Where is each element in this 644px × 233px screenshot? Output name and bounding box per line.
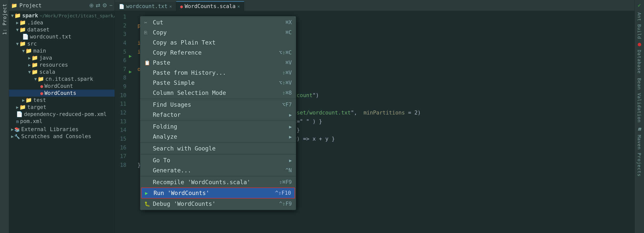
menu-item-paste-history[interactable]: Paste from History... ⇧⌘V bbox=[140, 68, 296, 78]
menu-item-copy-ref[interactable]: Copy Reference ⌥⇧⌘C bbox=[140, 48, 296, 58]
tree-item-wordcount-txt[interactable]: 📄 wordcount.txt bbox=[9, 33, 115, 40]
maven-projects-label[interactable]: Maven Projects bbox=[637, 133, 642, 178]
project-panel-icon: 📁 bbox=[11, 3, 17, 9]
menu-divider-4 bbox=[140, 154, 296, 154]
goto-label: Go To bbox=[153, 157, 170, 164]
paste-icon: 📋 bbox=[144, 60, 151, 66]
copy-ref-label: Copy Reference bbox=[153, 49, 202, 56]
tree-item-dataset[interactable]: ▼ 📁 dataset bbox=[9, 26, 115, 33]
menu-item-analyze[interactable]: Analyze ▶ bbox=[140, 132, 296, 142]
paste-history-shortcut: ⇧⌘V bbox=[282, 70, 292, 76]
menu-divider-3 bbox=[140, 142, 296, 143]
project-tab-vertical[interactable]: 1: Project bbox=[0, 1, 9, 37]
build-status-icon: ✓ bbox=[638, 2, 641, 8]
generate-shortcut: ^N bbox=[285, 167, 292, 173]
database-label[interactable]: Database bbox=[637, 48, 642, 75]
tab-wordcount-txt[interactable]: 📄 wordcount.txt ✕ bbox=[115, 2, 176, 11]
bean-validation-label[interactable]: Bean Validation bbox=[637, 76, 642, 124]
menu-item-recompile[interactable]: Recompile 'WordCounts.scala' ⇧⌘F9 bbox=[140, 177, 296, 187]
menu-item-generate[interactable]: Generate... ^N bbox=[140, 165, 296, 175]
debug-shortcut: ^⇧F9 bbox=[279, 201, 292, 207]
settings-button[interactable]: ⚙ bbox=[102, 2, 107, 9]
tree-item-test[interactable]: ▶ 📁 test bbox=[9, 97, 115, 104]
tree-item-dep-pom[interactable]: 📄 dependency-reduced-pom.xml bbox=[9, 111, 115, 118]
run-icon: ▶ bbox=[145, 190, 152, 196]
paste-simple-label: Paste Simple bbox=[153, 80, 195, 86]
folding-label: Folding bbox=[153, 123, 177, 130]
copy-label: Copy bbox=[153, 29, 167, 36]
col-select-shortcut: ⇧⌘8 bbox=[282, 90, 292, 96]
tree-item-resources[interactable]: ▶ 📁 resources bbox=[9, 61, 115, 68]
menu-item-goto[interactable]: Go To ▶ bbox=[140, 155, 296, 165]
tree-item-src[interactable]: ▼ 📁 src bbox=[9, 40, 115, 47]
menu-item-find-usages[interactable]: Find Usages ⌥F7 bbox=[140, 100, 296, 110]
copy-shortcut: ⌘C bbox=[285, 29, 292, 35]
tree-item-idea[interactable]: ▶ 📁 .idea bbox=[9, 19, 115, 26]
tree-item-pom[interactable]: m pom.xml bbox=[9, 118, 115, 125]
debug-label: Debug 'WordCounts' bbox=[153, 201, 216, 207]
menu-divider-2 bbox=[140, 121, 296, 121]
tab-txt-label: wordcount.txt bbox=[126, 3, 167, 9]
tab-wordcounts-scala[interactable]: ● WordCounts.scala ✕ bbox=[176, 1, 244, 11]
tree-item-wordcounts[interactable]: ● WordCounts bbox=[9, 90, 115, 97]
menu-item-refactor[interactable]: Refactor ▶ bbox=[140, 110, 296, 120]
copy-ref-shortcut: ⌥⇧⌘C bbox=[279, 50, 292, 56]
col-select-label: Column Selection Mode bbox=[153, 90, 226, 96]
tree-item-scala[interactable]: ▼ 📁 scala bbox=[9, 68, 115, 75]
menu-item-copy-plain[interactable]: Copy as Plain Text bbox=[140, 37, 296, 48]
analyze-arrow: ▶ bbox=[289, 134, 292, 139]
menu-item-folding[interactable]: Folding ▶ bbox=[140, 122, 296, 132]
tree-item-main[interactable]: ▼ 📁 main bbox=[9, 47, 115, 54]
tab-txt-close[interactable]: ✕ bbox=[169, 4, 172, 9]
paste-simple-shortcut: ⌥⇧⌘V bbox=[279, 80, 292, 86]
cut-icon: ✂ bbox=[144, 20, 151, 25]
menu-item-search-google[interactable]: Search with Google bbox=[140, 143, 296, 153]
menu-item-paste[interactable]: 📋 Paste ⌘V bbox=[140, 58, 296, 68]
menu-item-copy[interactable]: ⎘ Copy ⌘C bbox=[140, 27, 296, 37]
scala-icon: ● bbox=[180, 4, 183, 9]
copy-plain-label: Copy as Plain Text bbox=[153, 39, 216, 46]
tree-item-spark[interactable]: ▼ 📁 spark ~/Work/Project/itcast_spark/co… bbox=[9, 12, 115, 19]
line-numbers: 123456789101112131415161718 bbox=[115, 11, 129, 233]
tree-item-package[interactable]: ▼ 📁 cn.itcast.spark bbox=[9, 75, 115, 83]
left-tab-strip: 1: Project bbox=[0, 0, 9, 233]
paste-label: Paste bbox=[153, 59, 170, 66]
add-button[interactable]: ⊕ bbox=[89, 2, 94, 9]
tree-item-target[interactable]: ▶ 📁 target bbox=[9, 104, 115, 111]
maven-marker: m bbox=[638, 126, 641, 132]
tree-item-wordcount[interactable]: ● WordCount bbox=[9, 83, 115, 90]
generate-label: Generate... bbox=[153, 167, 191, 174]
menu-item-debug[interactable]: 🐛 Debug 'WordCounts' ^⇧F9 bbox=[140, 199, 296, 209]
copy-icon: ⎘ bbox=[144, 30, 151, 35]
menu-item-run[interactable]: ▶ Run 'WordCounts' ^⇧F10 bbox=[141, 187, 295, 199]
status-dot bbox=[638, 43, 641, 46]
tree-item-ext-libs[interactable]: ▶ 📚 External Libraries bbox=[9, 126, 115, 133]
refactor-label: Refactor bbox=[153, 111, 181, 118]
editor-area: 📄 wordcount.txt ✕ ● WordCounts.scala ✕ 1… bbox=[115, 0, 634, 233]
code-area: 123456789101112131415161718 ▶ ▶ bbox=[115, 11, 634, 233]
ant-build-label[interactable]: Ant Build bbox=[637, 11, 642, 41]
project-tree: ▼ 📁 spark ~/Work/Project/itcast_spark/co… bbox=[9, 11, 115, 233]
menu-item-cut[interactable]: ✂ Cut ⌘X bbox=[140, 17, 296, 27]
project-panel: 📁 Project ⊕ ⇄ ⚙ − ▼ 📁 spark ~/Work/Proje… bbox=[9, 0, 115, 233]
run-gutter-8[interactable]: ▶ bbox=[129, 68, 135, 75]
run-gutter-6[interactable]: ▶ bbox=[129, 52, 135, 60]
find-usages-shortcut: ⌥F7 bbox=[282, 102, 292, 108]
find-usages-label: Find Usages bbox=[153, 101, 191, 108]
folding-arrow: ▶ bbox=[289, 124, 292, 129]
menu-item-paste-simple[interactable]: Paste Simple ⌥⇧⌘V bbox=[140, 78, 296, 88]
goto-arrow: ▶ bbox=[289, 158, 292, 163]
menu-item-col-select[interactable]: Column Selection Mode ⇧⌘8 bbox=[140, 88, 296, 98]
paste-shortcut: ⌘V bbox=[285, 60, 292, 66]
context-menu: ✂ Cut ⌘X ⎘ Copy ⌘C bbox=[140, 16, 296, 210]
tree-item-scratches[interactable]: ▶ 🔧 Scratches and Consoles bbox=[9, 133, 115, 140]
project-panel-title: Project bbox=[19, 3, 42, 9]
menu-divider-1 bbox=[140, 99, 296, 99]
tree-item-java[interactable]: ▶ 📁 java bbox=[9, 54, 115, 61]
sync-button[interactable]: ⇄ bbox=[96, 2, 100, 9]
minimize-button[interactable]: − bbox=[109, 2, 113, 9]
right-panel-strip: ✓ Ant Build Database Bean Validation m M… bbox=[634, 0, 644, 233]
refactor-arrow: ▶ bbox=[289, 112, 292, 118]
cut-shortcut: ⌘X bbox=[285, 19, 292, 25]
tab-scala-close[interactable]: ✕ bbox=[237, 4, 240, 9]
